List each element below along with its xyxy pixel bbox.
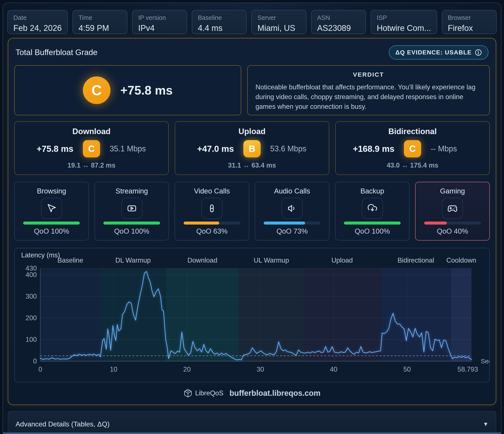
qoo-progressbar <box>344 222 401 225</box>
svg-text:Upload: Upload <box>331 257 353 264</box>
qoo-progressbar <box>264 222 320 225</box>
info-card-browser: Browser Firefox <box>442 10 497 34</box>
svg-text:10: 10 <box>110 366 117 373</box>
metric-range: 31.1 ↔ 63.4 ms <box>228 162 276 169</box>
play-video-icon <box>121 198 142 219</box>
advanced-details-accordion[interactable]: Advanced Details (Tables, ΔQ) ▼ <box>8 411 496 434</box>
qoo-score: QoO 40% <box>437 227 468 235</box>
info-card-label: Server <box>257 14 300 21</box>
metric-grade-badge: B <box>243 140 261 157</box>
libreqos-logo-icon <box>183 389 192 398</box>
info-card-time: Time 4:59 PM <box>72 10 127 34</box>
verdict-text: Noticeable bufferbloat that affects perf… <box>255 83 482 112</box>
svg-text:Cooldown: Cooldown <box>446 257 476 264</box>
info-card-baseline: Baseline 4.4 ms <box>192 10 247 34</box>
metric-range: 43.0 ↔ 175.4 ms <box>387 162 438 169</box>
svg-text:30: 30 <box>257 366 264 373</box>
info-card-label: ISP <box>377 14 431 21</box>
svg-text:Baseline: Baseline <box>57 257 83 264</box>
info-card-date: Date Feb 24, 2026 <box>7 10 68 34</box>
cursor-icon <box>41 198 62 219</box>
metric-title: Upload <box>238 127 265 136</box>
qoo-score: QoO 100% <box>355 227 390 235</box>
metric-range: 19.1 ↔ 87.2 ms <box>68 162 116 169</box>
info-card-label: Browser <box>448 14 491 21</box>
qoo-title: Audio Calls <box>274 187 310 195</box>
chevron-down-icon: ▼ <box>483 421 488 427</box>
info-card-value: Miami, US <box>257 24 300 33</box>
metric-title: Download <box>72 127 111 136</box>
qoo-card-gaming: Gaming QoO 40% <box>415 182 490 240</box>
cloud-download-icon <box>362 198 383 219</box>
svg-text:50: 50 <box>403 366 411 373</box>
info-card-label: IP version <box>138 14 181 21</box>
svg-text:Seconds: Seconds <box>481 358 489 365</box>
brand: LibreQoS <box>183 389 223 398</box>
qoo-score: QoO 73% <box>276 227 308 235</box>
metric-speed: -- Mbps <box>431 144 485 153</box>
evidence-badge-label: ΔQ EVIDENCE: USABLE <box>395 49 472 56</box>
info-card-ip-version: IP version IPv4 <box>132 10 187 34</box>
info-card-value: AS23089 <box>317 24 360 33</box>
metric-values: +168.9 ms C -- Mbps <box>340 140 485 157</box>
qoo-progressbar <box>103 222 160 225</box>
metric-speed: 53.6 Mbps <box>270 144 324 153</box>
metric-grade-badge: C <box>83 140 100 157</box>
svg-text:20: 20 <box>183 366 191 373</box>
grade-verdict-row: C +75.8 ms VERDICT Noticeable bufferbloa… <box>14 65 490 115</box>
webcam-icon <box>201 198 222 219</box>
site-url: bufferbloat.libreqos.com <box>229 389 320 398</box>
qoo-row: Browsing QoO 100% Streaming QoO 100% Vid… <box>14 182 490 240</box>
svg-text:200: 200 <box>26 314 37 322</box>
qoo-progressbar <box>424 222 481 225</box>
verdict-title: VERDICT <box>255 71 482 78</box>
evidence-badge[interactable]: ΔQ EVIDENCE: USABLE <box>389 45 488 60</box>
metric-values: +75.8 ms C 35.1 Mbps <box>19 140 164 157</box>
svg-text:430: 430 <box>26 265 37 272</box>
metric-card-download: Download +75.8 ms C 35.1 Mbps 19.1 ↔ 87.… <box>14 121 169 175</box>
verdict-card: VERDICT Noticeable bufferbloat that affe… <box>247 65 490 115</box>
qoo-title: Browsing <box>37 187 66 195</box>
total-grade-card: C +75.8 ms <box>14 65 241 115</box>
app-window: Date Feb 24, 2026 Time 4:59 PM IP versio… <box>3 3 501 434</box>
info-card-value: 4:59 PM <box>79 24 121 33</box>
info-card-value: Feb 24, 2026 <box>13 24 62 33</box>
info-card-isp: ISP Hotwire Com... <box>371 10 437 34</box>
qoo-title: Backup <box>360 187 384 195</box>
metrics-row: Download +75.8 ms C 35.1 Mbps 19.1 ↔ 87.… <box>14 121 490 175</box>
metric-title: Bidirectional <box>388 127 437 136</box>
qoo-title: Video Calls <box>194 187 230 195</box>
qoo-score: QoO 100% <box>34 227 69 235</box>
qoo-title: Gaming <box>440 187 465 195</box>
metric-values: +47.0 ms B 53.6 Mbps <box>180 140 324 157</box>
grade-badge: C <box>83 76 110 104</box>
brand-name: LibreQoS <box>195 389 223 397</box>
info-card-value: IPv4 <box>138 24 181 33</box>
svg-text:UL Warmup: UL Warmup <box>254 257 289 264</box>
grade-delta-value: +75.8 ms <box>120 83 173 97</box>
metric-delta: +75.8 ms <box>19 144 73 154</box>
svg-text:0: 0 <box>38 366 42 373</box>
metric-delta: +168.9 ms <box>341 144 394 154</box>
svg-text:0: 0 <box>33 357 37 365</box>
info-card-label: Date <box>13 14 62 21</box>
info-card-value: Hotwire Com... <box>377 24 431 33</box>
qoo-title: Streaming <box>116 187 148 195</box>
metric-card-upload: Upload +47.0 ms B 53.6 Mbps 31.1 ↔ 63.4 … <box>175 121 329 175</box>
qoo-card-audio-calls: Audio Calls QoO 73% <box>255 182 329 240</box>
svg-text:100: 100 <box>26 336 37 343</box>
top-info-row: Date Feb 24, 2026 Time 4:59 PM IP versio… <box>3 3 501 34</box>
svg-text:Download: Download <box>188 257 217 264</box>
info-card-label: ASN <box>317 14 360 21</box>
info-card-value: 4.4 ms <box>198 24 241 33</box>
qoo-progressbar <box>23 222 80 225</box>
svg-text:40: 40 <box>330 366 337 373</box>
metric-grade-badge: C <box>404 140 421 157</box>
qoo-card-browsing: Browsing QoO 100% <box>14 182 89 240</box>
svg-text:300: 300 <box>26 293 37 300</box>
latency-chart-svg: 01002003004004300102030405058.793Seconds… <box>15 248 489 381</box>
svg-text:Latency (ms): Latency (ms) <box>21 251 60 259</box>
svg-text:DL Warmup: DL Warmup <box>116 257 151 264</box>
results-panel: Total Bufferbloat Grade ΔQ EVIDENCE: USA… <box>8 38 496 405</box>
info-card-server: Server Miami, US <box>251 10 306 34</box>
